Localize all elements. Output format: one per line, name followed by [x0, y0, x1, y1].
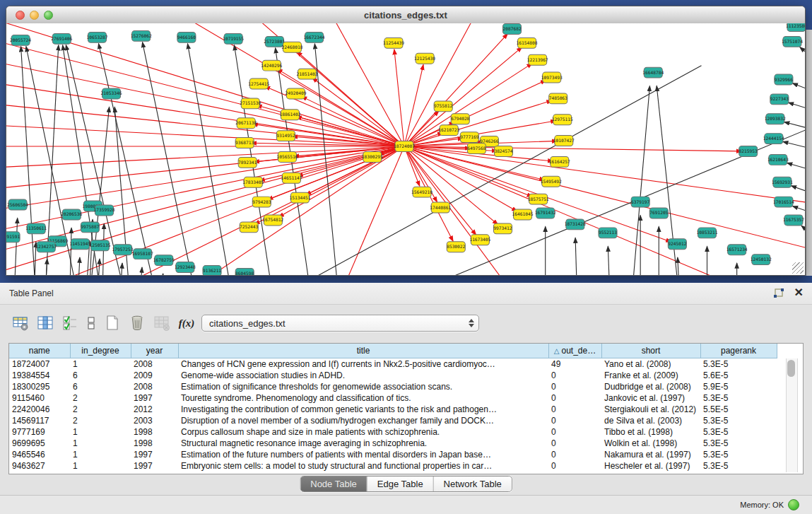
- graph-node[interactable]: 11350611: [25, 223, 47, 234]
- table-cell[interactable]: 1997: [131, 449, 178, 460]
- graph-node[interactable]: 9794283: [252, 197, 271, 207]
- table-cell[interactable]: 1: [70, 358, 131, 370]
- table-cell[interactable]: Genome-wide association studies in ADHD.: [178, 370, 548, 381]
- graph-node[interactable]: 9329966: [775, 74, 793, 85]
- graph-node[interactable]: 16782759: [153, 255, 175, 266]
- graph-node[interactable]: 12342757: [35, 242, 57, 252]
- table-cell[interactable]: 0: [548, 438, 601, 449]
- graph-node[interactable]: 7252443: [240, 222, 258, 233]
- graph-node[interactable]: 18861402: [279, 110, 300, 120]
- graph-node[interactable]: 10719155: [223, 33, 244, 44]
- graph-node[interactable]: 16154808: [517, 37, 538, 48]
- table-cell[interactable]: Tourette syndrome. Phenomenology and cla…: [178, 392, 548, 404]
- graph-node[interactable]: 12093832: [765, 114, 786, 124]
- table-cell[interactable]: Stergiakouli et al. (2012): [601, 404, 700, 415]
- table-cell[interactable]: 5.3E-5: [700, 426, 777, 438]
- network-window-titlebar[interactable]: citations_edges.txt: [6, 6, 805, 24]
- graph-node[interactable]: 7691205: [649, 208, 668, 218]
- table-cell[interactable]: Dudbridge et al. (2008): [601, 381, 700, 392]
- graph-node[interactable]: 9973412: [493, 223, 512, 234]
- table-cell[interactable]: 5.3E-5: [700, 415, 777, 426]
- table-row[interactable]: 946362711997Embryonic stem cells: a mode…: [9, 460, 777, 472]
- graph-node[interactable]: 27691406: [51, 33, 72, 44]
- table-row[interactable]: 2242004622012Investigating the contribut…: [9, 404, 777, 415]
- table-cell[interactable]: 2012: [131, 404, 178, 415]
- graph-node[interactable]: 6794028: [451, 114, 469, 124]
- graph-node[interactable]: 16164257: [549, 156, 570, 167]
- graph-node[interactable]: 21053346: [101, 88, 122, 99]
- table-row[interactable]: 1830029562008Estimation of significance …: [9, 381, 777, 392]
- table-cell[interactable]: 0: [548, 415, 601, 426]
- graph-node[interactable]: 9552113: [599, 228, 617, 238]
- graph-node[interactable]: 20671138: [235, 118, 257, 129]
- table-cell[interactable]: 1: [70, 449, 131, 460]
- table-cell[interactable]: 9115460: [9, 392, 70, 404]
- graph-node[interactable]: 14240296: [261, 60, 282, 71]
- table-cell[interactable]: 1998: [131, 426, 178, 438]
- show-columns-button[interactable]: [35, 313, 56, 333]
- function-builder-button[interactable]: f(x): [176, 313, 197, 333]
- graph-node[interactable]: 16958107: [132, 249, 153, 259]
- graph-node[interactable]: 11673405: [469, 235, 490, 245]
- graph-node[interactable]: 15495492: [541, 176, 562, 187]
- table-cell[interactable]: 5.3E-5: [700, 392, 777, 404]
- table-cell[interactable]: 2003: [131, 415, 178, 426]
- graph-node[interactable]: 18731428: [565, 219, 586, 230]
- table-row[interactable]: 1938455462009Genome-wide association stu…: [9, 370, 777, 381]
- table-cell[interactable]: 0: [548, 381, 601, 392]
- column-header-pagerank[interactable]: pagerank: [700, 344, 777, 358]
- graph-node[interactable]: 15134451: [289, 192, 310, 203]
- graph-node[interactable]: 8215953: [739, 146, 758, 157]
- table-cell[interactable]: Yano et al. (2008): [601, 358, 700, 370]
- table-cell[interactable]: 2009: [131, 370, 178, 381]
- table-cell[interactable]: 5.3E-5: [700, 438, 777, 449]
- graph-node[interactable]: 9755812: [434, 101, 452, 112]
- table-cell[interactable]: 6: [70, 381, 131, 392]
- column-header-short[interactable]: short: [601, 344, 700, 358]
- graph-node[interactable]: 20055724: [10, 35, 31, 45]
- table-cell[interactable]: 14569117: [9, 415, 70, 426]
- graph-node[interactable]: 7485063: [549, 93, 567, 104]
- table-cell[interactable]: 0: [548, 449, 601, 460]
- graph-node[interactable]: 11123580: [786, 23, 805, 31]
- table-cell[interactable]: de Silva et al. (2003): [601, 415, 700, 426]
- table-cell[interactable]: 18300295: [9, 381, 70, 392]
- table-cell[interactable]: 5.5E-5: [700, 404, 777, 415]
- table-cell[interactable]: Jankovic et al. (1997): [601, 392, 700, 404]
- table-cell[interactable]: 9699695: [9, 438, 70, 449]
- graph-node[interactable]: 9136211: [203, 266, 221, 275]
- graph-node[interactable]: 11451945: [69, 239, 90, 250]
- table-cell[interactable]: Structural magnetic resonance image aver…: [178, 438, 548, 449]
- row-height-button[interactable]: [84, 313, 98, 333]
- graph-node[interactable]: 15276062: [131, 30, 152, 41]
- table-cell[interactable]: 9463627: [9, 460, 70, 472]
- graph-node[interactable]: 16672344: [304, 32, 325, 42]
- graph-node[interactable]: 12213967: [527, 54, 548, 65]
- table-cell[interactable]: Hescheler et al. (1997): [601, 460, 700, 472]
- graph-node[interactable]: 18575751: [528, 194, 549, 204]
- table-cell[interactable]: Disruption of a novel member of a sodium…: [178, 415, 548, 426]
- table-cell[interactable]: Embryonic stem cells: a model to study s…: [178, 460, 548, 472]
- graph-node[interactable]: 11254439: [383, 37, 404, 48]
- graph-node[interactable]: 15751074: [782, 36, 803, 47]
- table-row[interactable]: 969969511998Structural magnetic resonanc…: [9, 438, 777, 449]
- graph-node[interactable]: 6497568: [467, 144, 486, 154]
- graph-node[interactable]: 9975887: [81, 222, 99, 233]
- tab-node-table[interactable]: Node Table: [300, 477, 367, 491]
- table-cell[interactable]: 2: [70, 392, 131, 404]
- graph-node[interactable]: 12754415: [248, 78, 269, 89]
- table-cell[interactable]: 2: [70, 415, 131, 426]
- table-cell[interactable]: 1997: [131, 460, 178, 472]
- graph-node[interactable]: 18724007: [394, 141, 415, 152]
- graph-node[interactable]: 9777169: [460, 132, 478, 143]
- table-cell[interactable]: Investigating the contribution of common…: [178, 404, 548, 415]
- table-cell[interactable]: 1: [70, 426, 131, 438]
- graph-node[interactable]: 12923448: [175, 262, 196, 273]
- table-cell[interactable]: 0: [548, 370, 601, 381]
- graph-node[interactable]: 8604598: [235, 269, 254, 275]
- graph-node[interactable]: 10653287: [86, 32, 107, 42]
- graph-node[interactable]: 20206536: [61, 209, 82, 220]
- graph-node[interactable]: 18300295: [362, 151, 383, 162]
- graph-node[interactable]: 24920409: [285, 88, 306, 99]
- table-scrollbar[interactable]: [786, 358, 798, 472]
